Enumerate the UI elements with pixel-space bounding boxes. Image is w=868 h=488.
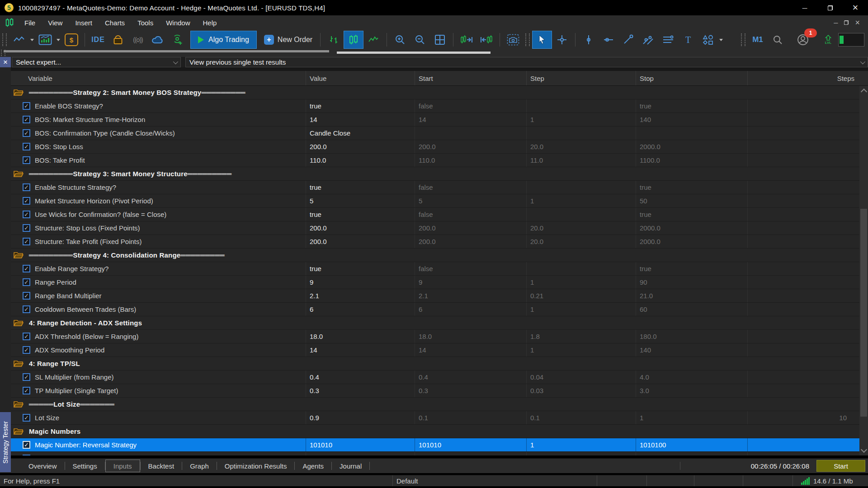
param-checkbox[interactable] — [23, 455, 30, 455]
scrollbar-thumb[interactable] — [860, 209, 867, 417]
param-checkbox[interactable] — [23, 156, 30, 164]
param-row[interactable]: Use Wicks for Confirmation? (false = Clo… — [11, 208, 859, 221]
param-checkbox[interactable] — [23, 224, 30, 232]
ide-button[interactable]: IDE — [88, 31, 108, 49]
group-row[interactable]: ═════════Strategy 2: Smart Money BOS Str… — [11, 86, 859, 99]
close-icon[interactable] — [843, 0, 868, 15]
menu-tools[interactable]: Tools — [131, 15, 160, 30]
tab-graph[interactable]: Graph — [182, 460, 217, 472]
menu-insert[interactable]: Insert — [69, 15, 99, 30]
tab-backtest[interactable]: Backtest — [141, 460, 182, 472]
group-row[interactable]: 4: Range TP/SL — [11, 357, 859, 371]
param-row[interactable]: Enable Structure Strategy?truefalsetrue — [11, 181, 859, 194]
group-row[interactable]: ═════════Strategy 3: Smart Money Structu… — [11, 167, 859, 181]
strategy-tester-caption[interactable]: Strategy Tester — [0, 412, 11, 472]
param-row[interactable]: Magic Number: Reversal Strategy101010101… — [11, 438, 859, 452]
param-checkbox[interactable] — [23, 197, 30, 205]
shift-chart-button[interactable] — [476, 31, 496, 49]
param-row[interactable]: Structure: Take Profit (Fixed Points)200… — [11, 235, 859, 249]
param-checkbox[interactable] — [23, 265, 30, 272]
cursor-button[interactable] — [532, 31, 552, 49]
toolbar-grip[interactable] — [525, 33, 530, 46]
menu-charts[interactable]: Charts — [99, 15, 131, 30]
group-row[interactable]: 4: Range Detection - ADX Settings — [11, 316, 859, 330]
chart-window-button[interactable] — [35, 31, 55, 49]
column-header-step[interactable]: Step — [526, 71, 636, 85]
restore-icon[interactable] — [817, 0, 843, 15]
new-order-button[interactable]: New Order — [259, 31, 317, 48]
previous-results-combobox[interactable]: View previous single test results — [185, 57, 868, 67]
tab-inputs[interactable]: Inputs — [105, 460, 140, 472]
param-checkbox[interactable] — [23, 305, 30, 313]
bar-chart-mode-button[interactable] — [324, 31, 344, 49]
column-header-variable[interactable]: Variable — [0, 71, 306, 85]
cloud-icon[interactable] — [148, 31, 168, 49]
param-checkbox[interactable] — [23, 116, 30, 123]
tab-settings[interactable]: Settings — [65, 460, 105, 472]
menu-window[interactable]: Window — [160, 15, 196, 30]
tab-optimization-results[interactable]: Optimization Results — [217, 460, 295, 472]
screenshot-button[interactable] — [503, 31, 523, 49]
toolbar-grip[interactable] — [741, 33, 745, 46]
candle-chart-mode-button[interactable] — [344, 31, 363, 49]
group-row[interactable]: ═════════Strategy 4: Consolidation Range… — [11, 249, 859, 262]
expert-select-combobox[interactable]: Select expert... — [12, 57, 181, 67]
param-row[interactable]: Cooldown Between Trades (Bars)66160 — [11, 303, 859, 316]
param-checkbox[interactable] — [23, 333, 30, 340]
param-row[interactable]: Market Structure Horizon (Pivot Period)5… — [11, 194, 859, 208]
market-bag-icon[interactable] — [108, 31, 128, 49]
param-checkbox[interactable] — [23, 346, 30, 354]
deposit-button[interactable] — [61, 31, 81, 49]
chart-window-dropdown-icon[interactable] — [57, 39, 60, 41]
param-row[interactable]: Range Band Multiplier2.12.10.2121.0 — [11, 289, 859, 303]
param-checkbox[interactable] — [23, 278, 30, 286]
vertical-scrollbar[interactable] — [859, 86, 868, 455]
param-row[interactable]: ADX Threshold (Below = Ranging)18.018.01… — [11, 330, 859, 343]
chart-close-icon[interactable] — [855, 18, 860, 28]
text-tool[interactable]: T — [678, 31, 698, 49]
tab-journal[interactable]: Journal — [332, 460, 369, 472]
param-row[interactable]: BOS: Stop Loss200.0200.020.02000.0 — [11, 140, 859, 154]
fibonacci-tool[interactable] — [658, 31, 678, 49]
param-row[interactable]: Range Period99190 — [11, 276, 859, 289]
menu-help[interactable]: Help — [197, 15, 223, 30]
shift-end-button[interactable] — [457, 31, 476, 49]
tab-agents[interactable]: Agents — [295, 460, 331, 472]
param-row[interactable]: SL Multiplier (from Range)0.40.40.044.0 — [11, 371, 859, 384]
menu-file[interactable]: File — [18, 15, 42, 30]
shapes-tool[interactable] — [698, 31, 718, 49]
chart-restore-icon[interactable] — [844, 20, 849, 25]
level-icon[interactable]: LVL — [818, 31, 838, 49]
horizontal-line-tool[interactable] — [599, 31, 618, 49]
param-row[interactable]: Enable Range Strategy?truefalsetrue — [11, 262, 859, 276]
algo-trading-button[interactable]: Algo Trading — [190, 31, 257, 49]
column-header-stop[interactable]: Stop — [636, 71, 747, 85]
user-account-icon[interactable]: 1 — [793, 31, 813, 49]
param-checkbox[interactable] — [23, 414, 30, 422]
param-row[interactable]: ADX Smoothing Period14141140 — [11, 343, 859, 357]
start-button[interactable]: Start — [816, 460, 865, 472]
channel-tool[interactable] — [638, 31, 658, 49]
zoom-out-button[interactable] — [410, 31, 430, 49]
group-row[interactable]: ═════Lot Size═══════ — [11, 398, 859, 411]
param-row[interactable]: Lot Size0.90.10.1110 — [11, 411, 859, 425]
param-row[interactable]: TP Multiplier (Single Target)0.30.30.033… — [11, 384, 859, 398]
timeframe-button[interactable]: M1 — [748, 31, 768, 49]
chart-minimize-icon[interactable] — [834, 19, 838, 26]
minimize-icon[interactable] — [792, 0, 817, 15]
scroll-down-icon[interactable] — [861, 446, 867, 453]
line-chart-mode-button[interactable] — [363, 31, 383, 49]
search-community-icon[interactable] — [168, 31, 188, 49]
trendline-tool[interactable] — [618, 31, 638, 49]
close-panel-icon[interactable] — [0, 57, 11, 67]
vertical-line-tool[interactable] — [579, 31, 599, 49]
column-header-start[interactable]: Start — [415, 71, 526, 85]
param-checkbox[interactable] — [23, 211, 30, 218]
param-checkbox[interactable] — [23, 441, 30, 449]
column-header-steps[interactable]: Steps — [747, 71, 868, 85]
param-checkbox[interactable] — [23, 387, 30, 394]
param-row[interactable]: BOS: Confirmation Type (Candle Close/Wic… — [11, 127, 859, 140]
zoom-in-button[interactable] — [390, 31, 410, 49]
param-checkbox[interactable] — [23, 292, 30, 300]
signals-icon[interactable]: ((o)) — [128, 31, 148, 49]
